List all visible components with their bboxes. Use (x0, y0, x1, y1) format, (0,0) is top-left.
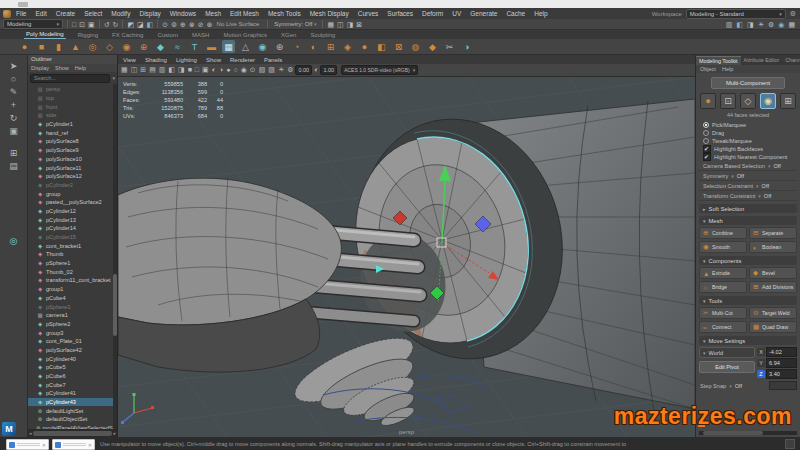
outliner-item[interactable]: group1 (28, 285, 117, 294)
toolbox-icon[interactable]: ➤ (7, 59, 21, 72)
outliner-item[interactable]: pCylinder13 (28, 215, 117, 224)
snap-icon[interactable]: ⊗ (189, 20, 195, 29)
shelf-icon[interactable]: ✂ (443, 40, 456, 53)
shelf-icon[interactable]: ◈ (341, 40, 354, 53)
outliner-item[interactable]: pCylinder14 (28, 224, 117, 233)
notification-popup[interactable]: ✕ (52, 439, 95, 450)
shelf-icon[interactable]: ◑ (460, 40, 473, 53)
outliner-item[interactable]: polySurface11 (28, 163, 117, 172)
outliner-item[interactable]: transform11_cont_bracket (28, 276, 117, 285)
menu-item[interactable]: Modify (111, 10, 130, 17)
render-icon[interactable]: ◉ (778, 20, 784, 29)
checkbox-option[interactable]: Highlight Backfaces (699, 145, 797, 153)
outliner-item[interactable]: Thumb (28, 250, 117, 259)
toolkit-button[interactable]: ⊕ Combine (699, 227, 747, 239)
panel-menu-item[interactable]: Show (206, 57, 221, 63)
edit-pivot-button[interactable]: Edit Pivot (699, 361, 755, 373)
scroll-thumb[interactable] (33, 431, 113, 436)
scene-canvas[interactable] (118, 77, 695, 437)
render-icon[interactable]: ⚙ (768, 20, 774, 29)
shelf-tab[interactable]: XGen (279, 31, 298, 39)
panel-hscrollbar[interactable] (699, 431, 797, 435)
soft-selection-header[interactable]: Soft Selection (699, 204, 797, 213)
render-icon[interactable]: ▦ (788, 20, 795, 29)
outliner-item[interactable]: side (28, 111, 117, 120)
shelf-icon[interactable]: ⊞ (324, 40, 337, 53)
outliner-item[interactable]: defaultObjectSet (28, 415, 117, 424)
menu-item[interactable]: Mesh (205, 10, 221, 17)
panel-toolbar-icon[interactable]: ☀ (278, 65, 284, 75)
panel-toolbar-icon[interactable]: □ (195, 65, 199, 75)
toolkit-menu-item[interactable]: Help (722, 66, 733, 72)
toolbox-icon[interactable]: ↻ (7, 111, 21, 124)
step-snap-field[interactable] (769, 381, 797, 390)
tools-section-header[interactable]: Tools (699, 296, 797, 305)
toolkit-button[interactable]: ≈ Connect (699, 321, 747, 333)
axis-chip[interactable]: Z (757, 370, 765, 378)
outliner-item[interactable]: group3 (28, 328, 117, 337)
axis-chip[interactable]: X (757, 348, 765, 356)
menu-item[interactable]: Edit (35, 10, 46, 17)
toolbox-icon[interactable]: + (7, 98, 21, 111)
outliner-item[interactable]: polySurface9 (28, 146, 117, 155)
outliner-item[interactable]: polySurface10 (28, 155, 117, 164)
menu-item[interactable]: Cache (506, 10, 525, 17)
dropdown-row[interactable]: Symmetry ▾ Off (699, 171, 797, 181)
panel-toolbar-icon[interactable]: ◉ (241, 65, 247, 75)
snap-icon[interactable]: ⊚ (171, 20, 177, 29)
menu-item[interactable]: Mesh Tools (268, 10, 301, 17)
outliner-item[interactable]: pSphere3 (28, 302, 117, 311)
shelf-tab[interactable]: MASH (190, 31, 211, 39)
outliner-item[interactable]: polySurface42 (28, 346, 117, 355)
outliner-item[interactable]: modelPanel4ViewSelectedSet (28, 424, 117, 429)
viewport-scene[interactable]: Verts: 559855 388 0 Edges: 1138356 599 0… (118, 77, 695, 437)
shelf-icon[interactable]: ≈ (171, 40, 184, 53)
sidebar-tab[interactable]: Attribute Editor (741, 56, 783, 65)
file-icon[interactable]: ▣ (88, 20, 95, 29)
shelf-icon[interactable]: ◎ (86, 40, 99, 53)
menu-item[interactable]: Create (56, 10, 76, 17)
scroll-left-icon[interactable]: ◂ (29, 430, 32, 436)
menu-item[interactable]: Surfaces (387, 10, 413, 17)
shelf-icon[interactable]: T (188, 40, 201, 53)
render-icon[interactable]: ◧ (736, 20, 743, 29)
render-icon[interactable]: ◨ (747, 20, 754, 29)
shelf-tab[interactable]: Poly Modeling (24, 30, 66, 39)
shelf-tab[interactable]: Rigging (76, 31, 100, 39)
toolkit-menu-item[interactable]: Object (700, 66, 716, 72)
panel-toolbar-icon[interactable]: ◫ (131, 65, 138, 75)
toolbox-icon[interactable]: ◎ (7, 234, 21, 247)
close-icon[interactable]: ✕ (42, 442, 46, 448)
panel-menu-item[interactable]: Lighting (176, 57, 197, 63)
shelf-icon[interactable]: ◐ (307, 40, 320, 53)
selection-mask-icon[interactable]: ◧ (147, 20, 154, 29)
components-section-header[interactable]: Components (699, 256, 797, 265)
menu-item[interactable]: UV (452, 10, 461, 17)
menu-item[interactable]: Mesh Display (310, 10, 349, 17)
shelf-icon[interactable]: ◧ (375, 40, 388, 53)
panel-toolbar-icon[interactable]: ● (226, 65, 230, 75)
toolkit-button[interactable]: ⊞ Add Divisions (749, 281, 797, 293)
shelf-icon[interactable]: △ (239, 40, 252, 53)
panel-toolbar-icon[interactable]: ○ (233, 65, 237, 75)
outliner-hscrollbar[interactable]: ◂ ▸ (28, 429, 117, 437)
radio-option[interactable]: Drag (699, 129, 797, 137)
shelf-icon[interactable]: ● (358, 40, 371, 53)
axis-chip[interactable]: Y (757, 359, 765, 367)
toolkit-button[interactable]: ⊟ Separate (749, 227, 797, 239)
toolbox-icon[interactable]: ▣ (7, 124, 21, 137)
axis-value-field[interactable]: 6.94 (766, 358, 797, 368)
panel-toolbar-icon[interactable]: ▧ (259, 65, 266, 75)
gamma-field[interactable]: 1.00 (320, 65, 337, 75)
shelf-tab[interactable]: FX Caching (110, 31, 145, 39)
colorspace-dropdown[interactable]: ACES 1.0 SDR-video (sRGB) (341, 65, 418, 75)
component-mode-icon[interactable]: ◉ (760, 93, 776, 109)
snap-icon[interactable]: ⊘ (198, 20, 204, 29)
outliner-menu-item[interactable]: Show (55, 65, 69, 71)
render-icon[interactable]: ▥ (726, 20, 733, 29)
checkbox-option[interactable]: Highlight Nearest Component (699, 153, 797, 161)
status-icon[interactable]: ▦ (327, 20, 334, 29)
shelf-icon[interactable]: ◉ (120, 40, 133, 53)
panel-toolbar-icon[interactable]: ⚙ (287, 65, 293, 75)
panel-toolbar-icon[interactable]: ▨ (268, 65, 275, 75)
